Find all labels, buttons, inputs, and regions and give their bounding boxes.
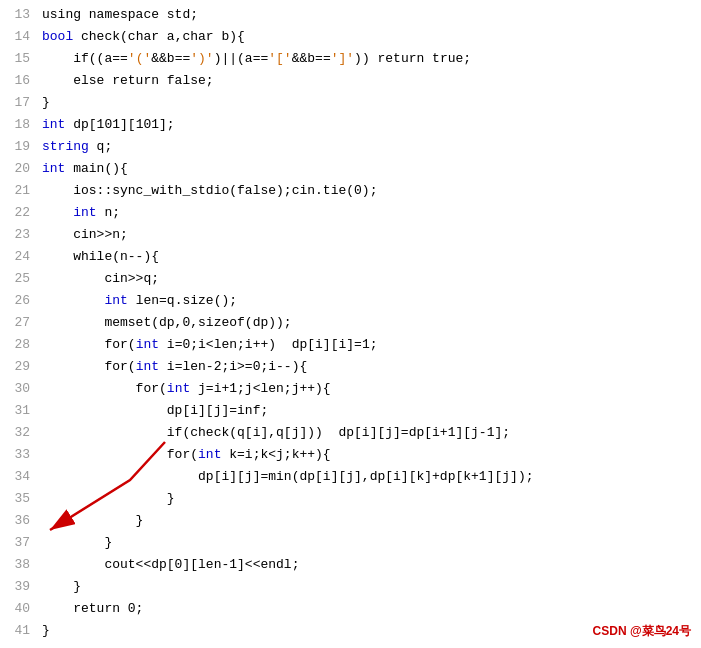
code-text: for(int k=i;k<j;k++){ bbox=[42, 444, 331, 466]
code-text: } bbox=[42, 510, 143, 532]
code-text: } bbox=[42, 576, 81, 598]
code-text: string q; bbox=[42, 136, 112, 158]
code-text: return 0; bbox=[42, 598, 143, 620]
code-line: 40 return 0; bbox=[0, 598, 701, 620]
code-line: 19string q; bbox=[0, 136, 701, 158]
line-number: 23 bbox=[0, 224, 30, 246]
line-number: 16 bbox=[0, 70, 30, 92]
code-line: 22 int n; bbox=[0, 202, 701, 224]
code-line: 38 cout<<dp[0][len-1]<<endl; bbox=[0, 554, 701, 576]
line-number: 29 bbox=[0, 356, 30, 378]
code-text: ios::sync_with_stdio(false);cin.tie(0); bbox=[42, 180, 377, 202]
code-text: for(int i=len-2;i>=0;i--){ bbox=[42, 356, 307, 378]
code-line: 34 dp[i][j]=min(dp[i][j],dp[i][k]+dp[k+1… bbox=[0, 466, 701, 488]
line-number: 35 bbox=[0, 488, 30, 510]
line-number: 13 bbox=[0, 4, 30, 26]
line-number: 22 bbox=[0, 202, 30, 224]
code-line: 32 if(check(q[i],q[j])) dp[i][j]=dp[i+1]… bbox=[0, 422, 701, 444]
code-line: 18int dp[101][101]; bbox=[0, 114, 701, 136]
code-text: dp[i][j]=min(dp[i][j],dp[i][k]+dp[k+1][j… bbox=[42, 466, 533, 488]
code-line: 16 else return false; bbox=[0, 70, 701, 92]
code-text: for(int i=0;i<len;i++) dp[i][i]=1; bbox=[42, 334, 377, 356]
code-line: 31 dp[i][j]=inf; bbox=[0, 400, 701, 422]
line-number: 39 bbox=[0, 576, 30, 598]
code-line: 26 int len=q.size(); bbox=[0, 290, 701, 312]
code-line: 37 } bbox=[0, 532, 701, 554]
code-line: 23 cin>>n; bbox=[0, 224, 701, 246]
line-number: 31 bbox=[0, 400, 30, 422]
code-text: if((a=='('&&b==')')||(a=='['&&b==']')) r… bbox=[42, 48, 471, 70]
line-number: 28 bbox=[0, 334, 30, 356]
line-number: 32 bbox=[0, 422, 30, 444]
line-number: 30 bbox=[0, 378, 30, 400]
code-text: using namespace std; bbox=[42, 4, 198, 26]
code-text: cin>>n; bbox=[42, 224, 128, 246]
code-text: memset(dp,0,sizeof(dp)); bbox=[42, 312, 292, 334]
code-line: 25 cin>>q; bbox=[0, 268, 701, 290]
code-line: 15 if((a=='('&&b==')')||(a=='['&&b==']')… bbox=[0, 48, 701, 70]
code-line: 29 for(int i=len-2;i>=0;i--){ bbox=[0, 356, 701, 378]
line-number: 25 bbox=[0, 268, 30, 290]
line-number: 17 bbox=[0, 92, 30, 114]
code-text: else return false; bbox=[42, 70, 214, 92]
line-number: 38 bbox=[0, 554, 30, 576]
code-text: dp[i][j]=inf; bbox=[42, 400, 268, 422]
watermark: CSDN @菜鸟24号 bbox=[593, 623, 691, 640]
code-line: 28 for(int i=0;i<len;i++) dp[i][i]=1; bbox=[0, 334, 701, 356]
line-number: 15 bbox=[0, 48, 30, 70]
code-text: for(int j=i+1;j<len;j++){ bbox=[42, 378, 331, 400]
code-line: 24 while(n--){ bbox=[0, 246, 701, 268]
code-text: } bbox=[42, 92, 50, 114]
code-text: if(check(q[i],q[j])) dp[i][j]=dp[i+1][j-… bbox=[42, 422, 510, 444]
line-number: 27 bbox=[0, 312, 30, 334]
code-line: 14bool check(char a,char b){ bbox=[0, 26, 701, 48]
code-text: } bbox=[42, 532, 112, 554]
line-number: 18 bbox=[0, 114, 30, 136]
code-text: bool check(char a,char b){ bbox=[42, 26, 245, 48]
line-number: 40 bbox=[0, 598, 30, 620]
code-line: 21 ios::sync_with_stdio(false);cin.tie(0… bbox=[0, 180, 701, 202]
code-line: 35 } bbox=[0, 488, 701, 510]
code-text: cout<<dp[0][len-1]<<endl; bbox=[42, 554, 299, 576]
code-text: } bbox=[42, 620, 50, 642]
code-line: 20int main(){ bbox=[0, 158, 701, 180]
line-number: 19 bbox=[0, 136, 30, 158]
code-line: 39 } bbox=[0, 576, 701, 598]
code-line: 30 for(int j=i+1;j<len;j++){ bbox=[0, 378, 701, 400]
line-number: 21 bbox=[0, 180, 30, 202]
line-number: 20 bbox=[0, 158, 30, 180]
code-line: 17} bbox=[0, 92, 701, 114]
code-text: int dp[101][101]; bbox=[42, 114, 175, 136]
code-line: 36 } bbox=[0, 510, 701, 532]
line-number: 14 bbox=[0, 26, 30, 48]
line-number: 36 bbox=[0, 510, 30, 532]
line-number: 26 bbox=[0, 290, 30, 312]
line-number: 37 bbox=[0, 532, 30, 554]
code-line: 27 memset(dp,0,sizeof(dp)); bbox=[0, 312, 701, 334]
line-number: 41 bbox=[0, 620, 30, 642]
code-line: 13using namespace std; bbox=[0, 4, 701, 26]
code-text: } bbox=[42, 488, 175, 510]
line-number: 34 bbox=[0, 466, 30, 488]
code-text: while(n--){ bbox=[42, 246, 159, 268]
code-text: int n; bbox=[42, 202, 120, 224]
code-text: cin>>q; bbox=[42, 268, 159, 290]
code-container: 13using namespace std;14bool check(char … bbox=[0, 0, 701, 648]
code-line: 33 for(int k=i;k<j;k++){ bbox=[0, 444, 701, 466]
line-number: 33 bbox=[0, 444, 30, 466]
code-text: int main(){ bbox=[42, 158, 128, 180]
line-number: 24 bbox=[0, 246, 30, 268]
code-text: int len=q.size(); bbox=[42, 290, 237, 312]
